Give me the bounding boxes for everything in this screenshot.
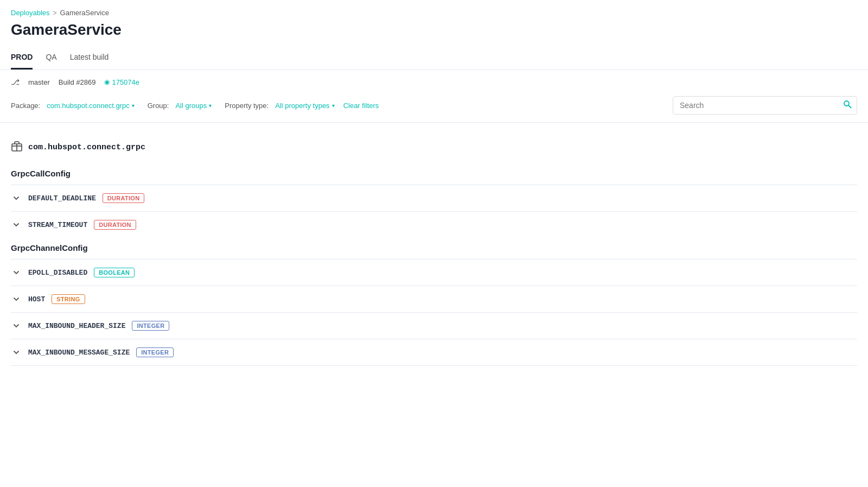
type-badge-boolean: BOOLEAN: [94, 268, 135, 277]
group-filter-value: All groups: [175, 102, 207, 110]
section-divider: [11, 365, 857, 366]
package-section: com.hubspot.connect.grpc GrpcCallConfig …: [11, 134, 857, 366]
breadcrumb: Deployables > GameraService: [0, 0, 868, 19]
type-badge-integer-1: INTEGER: [132, 321, 169, 331]
breadcrumb-parent[interactable]: Deployables: [11, 9, 50, 17]
build-number: Build #2869: [59, 78, 96, 86]
expand-button-max-inbound-header-size[interactable]: [11, 320, 22, 331]
table-row: MAX_INBOUND_HEADER_SIZE INTEGER: [11, 312, 857, 339]
branch-name: master: [28, 78, 50, 86]
property-name-default-deadline: DEFAULT_DEADLINE: [28, 194, 96, 203]
property-type-filter-value: All property types: [275, 102, 329, 110]
search-input[interactable]: [673, 96, 857, 115]
tabs-nav: PROD QA Latest build: [0, 47, 868, 70]
expand-button-stream-timeout[interactable]: [11, 219, 22, 230]
table-row: EPOLL_DISABLED BOOLEAN: [11, 259, 857, 286]
package-filter-select[interactable]: com.hubspot.connect.grpc ▾: [47, 102, 134, 110]
group-filter-select[interactable]: All groups ▾: [175, 102, 212, 110]
table-row: MAX_INBOUND_MESSAGE_SIZE INTEGER: [11, 339, 857, 365]
page-title: GameraService: [0, 19, 868, 47]
property-name-max-inbound-message-size: MAX_INBOUND_MESSAGE_SIZE: [28, 349, 130, 357]
group-name-grpc-channel-config: GrpcChannelConfig: [11, 238, 857, 259]
type-badge-duration-2: DURATION: [94, 220, 136, 230]
group-name-grpc-call-config: GrpcCallConfig: [11, 163, 857, 185]
filter-bar: Package: com.hubspot.connect.grpc ▾ Grou…: [0, 92, 868, 123]
branch-icon: ⎇: [11, 78, 20, 86]
table-row: DEFAULT_DEADLINE DURATION: [11, 185, 857, 211]
table-row: HOST STRING: [11, 286, 857, 312]
property-name-epoll-disabled: EPOLL_DISABLED: [28, 269, 87, 277]
table-row: STREAM_TIMEOUT DURATION: [11, 211, 857, 238]
tab-prod[interactable]: PROD: [11, 47, 33, 69]
commit-icon: ◉: [104, 78, 110, 86]
property-type-filter-select[interactable]: All property types ▾: [275, 102, 334, 110]
type-badge-duration-1: DURATION: [103, 193, 145, 203]
main-content: com.hubspot.connect.grpc GrpcCallConfig …: [0, 123, 868, 366]
package-header: com.hubspot.connect.grpc: [11, 134, 857, 163]
property-name-max-inbound-header-size: MAX_INBOUND_HEADER_SIZE: [28, 322, 125, 330]
commit-link[interactable]: ◉ 175074e: [104, 78, 139, 86]
tab-qa[interactable]: QA: [46, 47, 56, 69]
group-filter-label: Group:: [148, 102, 169, 110]
package-filter-value: com.hubspot.connect.grpc: [47, 102, 129, 110]
meta-bar: ⎇ master Build #2869 ◉ 175074e: [0, 70, 868, 92]
expand-button-epoll-disabled[interactable]: [11, 267, 22, 278]
search-wrapper: [673, 96, 857, 115]
property-name-host: HOST: [28, 295, 45, 303]
breadcrumb-separator: >: [53, 9, 57, 17]
expand-button-max-inbound-message-size[interactable]: [11, 347, 22, 358]
type-badge-string: STRING: [52, 294, 85, 304]
package-filter-label: Package:: [11, 102, 40, 110]
tab-latest-build[interactable]: Latest build: [70, 47, 109, 69]
property-type-filter-label: Property type:: [225, 102, 269, 110]
svg-line-1: [848, 105, 851, 108]
search-button[interactable]: [843, 100, 852, 111]
breadcrumb-current: GameraService: [60, 9, 109, 17]
property-type-chevron-icon: ▾: [332, 103, 335, 109]
group-chevron-icon: ▾: [209, 103, 212, 109]
expand-button-host[interactable]: [11, 294, 22, 305]
expand-button-default-deadline[interactable]: [11, 193, 22, 204]
clear-filters-button[interactable]: Clear filters: [343, 102, 379, 110]
commit-hash: 175074e: [112, 78, 139, 86]
package-name: com.hubspot.connect.grpc: [28, 143, 145, 152]
type-badge-integer-2: INTEGER: [136, 347, 174, 357]
package-icon: [11, 140, 23, 155]
package-chevron-icon: ▾: [132, 103, 135, 109]
property-name-stream-timeout: STREAM_TIMEOUT: [28, 221, 87, 229]
